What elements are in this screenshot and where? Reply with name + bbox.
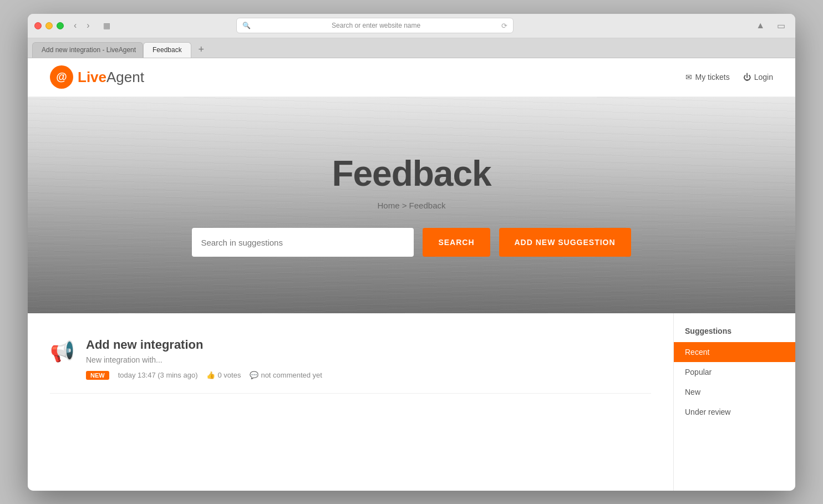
thumbs-up-icon: 👍 [206,371,215,379]
window-control-button[interactable]: ▭ [774,19,789,32]
hero-content: Feedback Home > Feedback SEARCH ADD NEW … [28,131,795,279]
reader-view-button[interactable]: ▦ [100,20,114,31]
share-button[interactable]: ▲ [753,19,768,32]
envelope-icon: ✉ [685,73,692,82]
main-content: 📢 Add new integration New integration wi… [28,313,795,491]
svg-text:@: @ [56,70,67,83]
hero-title: Feedback [39,153,784,194]
close-button[interactable] [34,22,42,29]
sidebar-title: Suggestions [674,322,795,342]
suggestion-timestamp: today 13:47 (3 mins ago) [118,371,198,379]
page-content: @ LiveAgent ✉ My tickets ⏻ Login [28,58,795,491]
tab-bar: Add new integration - LiveAgent Feedback… [28,38,795,58]
address-bar-text: Search or enter website name [254,22,498,29]
minimize-button[interactable] [45,22,53,29]
logo-text: LiveAgent [78,69,144,86]
suggestion-body: Add new integration New integration with… [86,338,651,380]
title-bar: ‹ › ▦ 🔍 Search or enter website name ⟳ ▲… [28,14,795,38]
nav-buttons: ‹ › [70,19,93,32]
add-suggestion-button[interactable]: ADD NEW SUGGESTION [499,228,631,257]
logo-live: Live [78,69,106,85]
hero-section: Feedback Home > Feedback SEARCH ADD NEW … [28,97,795,313]
browser-window: ‹ › ▦ 🔍 Search or enter website name ⟳ ▲… [28,14,795,491]
suggestion-comments: 💬 not commented yet [250,371,322,379]
sidebar-item-recent[interactable]: Recent [674,342,795,362]
suggestion-meta: New today 13:47 (3 mins ago) 👍 0 votes 💬… [86,371,651,380]
header-nav: ✉ My tickets ⏻ Login [685,73,774,82]
sidebar: Suggestions Recent Popular New Under rev… [673,313,795,491]
sidebar-item-new[interactable]: New [674,382,795,402]
site-header: @ LiveAgent ✉ My tickets ⏻ Login [28,58,795,97]
suggestion-item: 📢 Add new integration New integration wi… [50,324,651,394]
address-bar[interactable]: 🔍 Search or enter website name ⟳ [236,18,514,33]
traffic-lights [34,22,64,29]
comment-icon: 💬 [250,371,258,379]
add-tab-button[interactable]: + [194,42,209,58]
title-bar-right: ▲ ▭ [753,19,789,32]
suggestion-title[interactable]: Add new integration [86,338,651,352]
forward-button[interactable]: › [83,19,93,32]
tab-add-integration[interactable]: Add new integration - LiveAgent [32,42,143,58]
suggestions-list: 📢 Add new integration New integration wi… [28,313,673,491]
maximize-button[interactable] [57,22,64,29]
tab-feedback[interactable]: Feedback [143,42,191,58]
hero-breadcrumb: Home > Feedback [39,201,784,210]
search-suggestions-input[interactable] [192,228,414,257]
search-icon: 🔍 [242,22,251,29]
refresh-button[interactable]: ⟳ [501,22,507,30]
hero-search-row: SEARCH ADD NEW SUGGESTION [39,228,784,257]
logo-agent: Agent [106,69,144,85]
suggestion-description: New integration with... [86,355,651,364]
new-badge: New [86,371,109,380]
megaphone-icon: 📢 [50,340,75,363]
search-button[interactable]: SEARCH [423,228,490,257]
back-button[interactable]: ‹ [70,19,80,32]
login-link[interactable]: ⏻ Login [743,73,773,82]
power-icon: ⏻ [743,73,751,82]
suggestion-votes: 👍 0 votes [206,371,241,379]
logo-icon: @ [50,65,73,89]
my-tickets-link[interactable]: ✉ My tickets [685,73,730,82]
sidebar-item-popular[interactable]: Popular [674,362,795,382]
logo[interactable]: @ LiveAgent [50,65,144,89]
sidebar-item-under-review[interactable]: Under review [674,402,795,422]
